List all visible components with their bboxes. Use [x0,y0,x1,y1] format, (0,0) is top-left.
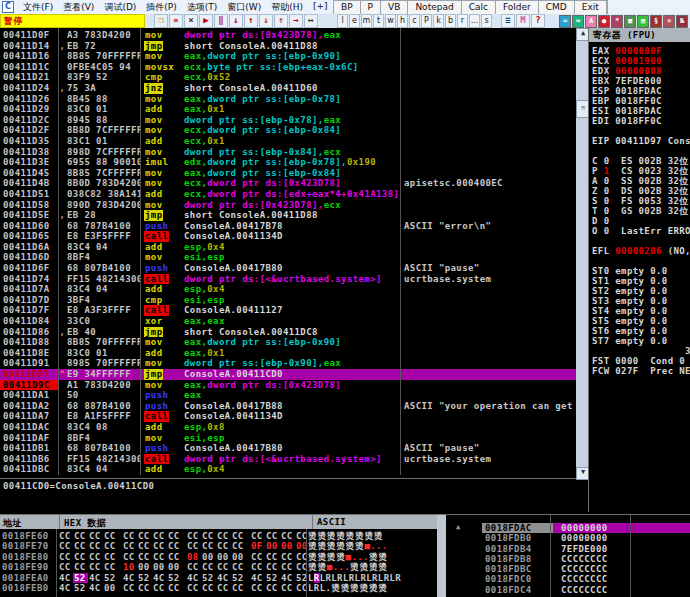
disasm-row[interactable]: 00411D58890D 783D4200movdword ptr ds:[0x… [0,200,576,211]
register-line[interactable]: S 0 FS 0053 32位 7EFDD000 [589,196,690,206]
run-icon[interactable]: ▶ [199,14,213,28]
register-line[interactable]: ST6 empty 0.0 [589,326,690,336]
open-file-icon[interactable]: ❐ [154,14,168,28]
column-divider[interactable] [550,515,551,597]
disasm-row[interactable]: 00411D86,EB 40jmpshort ConsoleA.00411DC8 [0,327,576,338]
window-icon[interactable]: M [516,14,530,28]
disasm-row[interactable]: 00411D918985 70FFFFFFmovdword ptr ss:[eb… [0,358,576,369]
disasm-row[interactable]: 00411DBC83C4 04addesp,0x4 [0,464,576,475]
disasm-row[interactable]: 00411D268B45 88moveax,dword ptr ss:[ebp-… [0,94,576,105]
pause-icon[interactable]: ‖ [214,14,228,28]
register-line[interactable]: O 0 LastErr ERROR_SUCCESS (00000000) [589,226,690,236]
letter-button-k[interactable]: k [433,14,444,28]
register-line[interactable]: EDI 0018FF0C [589,116,690,126]
help-icon[interactable]: ? [531,14,545,28]
quick-button-p[interactable]: P [361,1,381,14]
dump-row[interactable]: 0018FEA04C524C524C524C524C524C524C524C52… [0,573,437,583]
restart-icon[interactable]: « [169,14,183,28]
register-line[interactable]: ST7 empty 0.0 [589,336,690,346]
close-icon[interactable]: × [184,14,198,28]
execute-till-return-icon[interactable]: → [289,14,303,28]
disasm-row[interactable]: 00411DA268 887B4100pushConsoleA.00417B88… [0,401,576,412]
disasm-row[interactable]: 00411D8E83C0 01addeax,0x1 [0,348,576,359]
disasm-row[interactable]: 00411D9CA1 783D4200moveax,dword ptr ds:[… [0,380,576,391]
menu-item-3[interactable]: 插件(P) [141,0,181,15]
plugin-icon-10[interactable]: № [676,15,688,28]
disasm-row[interactable]: 00411D14,EB 72jmpshort ConsoleA.00411D88 [0,41,576,52]
disasm-row[interactable]: 00411D1C0FBE4C05 94movsxecx,byte ptr ss:… [0,62,576,73]
letter-button-h[interactable]: h [397,14,408,28]
disasm-row[interactable]: 00411D6F68 807B4100pushConsoleA.00417B80… [0,263,576,274]
disasm-row[interactable]: 00411D5E,EB 28jmpshort ConsoleA.00411D88 [0,210,576,221]
letter-button-...[interactable]: ... [469,14,480,28]
disasm-row[interactable]: 00411D0FA3 783D4200movdword ptr ds:[0x42… [0,30,576,41]
disassembly-scrollbar[interactable]: ▲ ≡ ▼ [576,28,588,478]
quick-button-folder[interactable]: Folder [496,1,539,14]
registers-pane[interactable]: 寄存器 (FPU) EAX 0000000FECX 00001900EDX 00… [588,28,690,512]
column-divider[interactable] [400,28,401,475]
menu-item-7[interactable]: [+] [308,0,333,15]
register-line[interactable]: ST4 empty 0.0 [589,306,690,316]
stack-row[interactable]: 0018FDAC00000000 [446,523,690,533]
go-to-icon[interactable]: ↦ [304,14,318,28]
plugin-icon-5[interactable]: * [611,15,623,28]
stack-row[interactable]: 0018FDC4CCCCCCCC [446,585,690,595]
register-line[interactable]: ECX 00001900 [589,56,690,66]
disasm-row[interactable]: 00411D7A83C4 04addesp,0x4 [0,284,576,295]
register-line[interactable] [589,126,690,136]
register-line[interactable]: D 0 [589,216,690,226]
options-list-icon[interactable]: ≡ [501,14,515,28]
register-line[interactable]: ST1 empty 0.0 [589,276,690,286]
menu-item-1[interactable]: 查看(V) [58,0,99,15]
register-line[interactable]: 3 2 1 0 [589,346,690,356]
disasm-row[interactable]: 00411D7FE8 A3F3FFFFcallConsoleA.00411127 [0,305,576,316]
plugin-icon-7[interactable]: ▤ [637,15,649,28]
disasm-row[interactable]: 00411DA150pusheax [0,390,576,401]
menu-item-0[interactable]: 文件(F) [18,0,58,15]
dump-row[interactable]: 0018FEB04C524C00CCCCCCCCCCCCCCCCCCCCCCCC… [0,583,437,593]
register-line[interactable]: P 1 CS 0023 32位 0(FFFFFFFF) [589,166,690,176]
quick-button-cmd[interactable]: CMD [539,1,575,14]
register-line[interactable] [589,146,690,156]
column-divider[interactable] [56,529,57,597]
disasm-row[interactable]: 00411D2183F9 52cmpecx,0x52 [0,72,576,83]
plugin-icon-4[interactable]: ● [598,15,610,28]
disasm-row[interactable]: 00411D3583C1 01addecx,0x1 [0,136,576,147]
stack-row[interactable]: 0018FDB000000000 [446,533,690,543]
disasm-row[interactable]: 00411D51038C82 38A14100addecx,dword ptr … [0,189,576,200]
disasm-row[interactable]: 00411D168B85 70FFFFFFmoveax,dword ptr ss… [0,51,576,62]
dump-scrollbar[interactable] [437,514,446,597]
column-divider[interactable] [140,28,141,475]
letter-button-s[interactable]: s [481,14,492,28]
register-line[interactable]: EFL 00000206 (NO,NB,NE,A,NS,PE,GE,G) [589,246,690,256]
register-line[interactable] [589,236,690,246]
plugin-icon-2[interactable]: ∞ [572,15,584,28]
quick-button-calc[interactable]: Calc [462,1,496,14]
register-line[interactable]: ESP 0018FDAC [589,86,690,96]
register-line[interactable]: EBP 0018FF0C [589,96,690,106]
menu-item-4[interactable]: 选项(T) [182,0,223,15]
dump-row[interactable]: 0018FE90CCCCCCCC10000000CCCCCCCCCCCCCCCC… [0,562,437,572]
register-line[interactable]: ST0 empty 0.0 [589,266,690,276]
disasm-row[interactable]: 00411D888B85 70FFFFFFmoveax,dword ptr ss… [0,337,576,348]
disasm-row[interactable]: 00411D2F8B8D 7CFFFFFFmovecx,dword ptr ss… [0,125,576,136]
disasm-row[interactable]: 00411D458B85 7CFFFFFFmoveax,dword ptr ss… [0,168,576,179]
menu-item-6[interactable]: 帮助(H) [266,0,308,15]
disasm-row[interactable]: 00411D65E8 E3F5FFFFcallConsoleA.0041134D [0,231,576,242]
disassembly-pane[interactable]: 00411D0FA3 783D4200movdword ptr ds:[0x42… [0,28,576,512]
step-over-icon[interactable]: ↑ [244,14,258,28]
register-line[interactable]: C 0 ES 002B 32位 0(FFFFFFFF) [589,156,690,166]
letter-button-w[interactable]: w [385,14,396,28]
disasm-row[interactable]: 00411D7D3BF4cmpesi,esp [0,295,576,306]
quick-button-bp[interactable]: BP [334,1,361,14]
register-line[interactable]: FCW 027F Prec NEAR,53 Mask 1 1 1 1 1 1 [589,366,690,376]
disasm-row[interactable]: 00411DAC83C4 08addesp,0x8 [0,422,576,433]
letter-button-c[interactable]: c [409,14,420,28]
disasm-row[interactable]: 00411DB168 807B4100pushConsoleA.00417B80… [0,443,576,454]
register-line[interactable]: EAX 0000000F [589,46,690,56]
disasm-row[interactable]: 00411D6068 787B4100pushConsoleA.00417B78… [0,221,576,232]
disasm-row[interactable]: 00411D6D8BF4movesi,esp [0,252,576,263]
dump-row[interactable]: 0018FE70CCCCCCCCCCCCCCCCCCCCCCCC0F000000… [0,541,437,551]
step-into-icon[interactable]: ↓ [229,14,243,28]
memory-dump-pane[interactable]: 地址 HEX 数据 ASCII 0018FE60CCCCCCCCCCCCCCCC… [0,514,437,597]
